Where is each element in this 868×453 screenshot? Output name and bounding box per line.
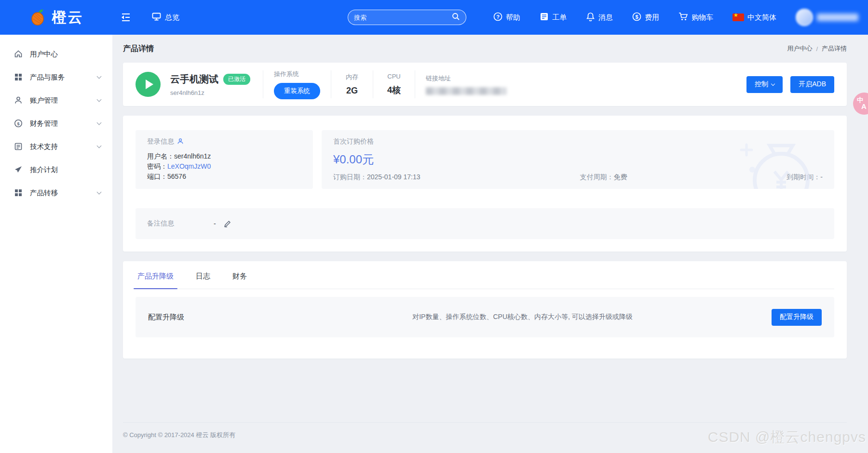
grid-icon: [14, 188, 23, 198]
sidebar-item-finance[interactable]: $ 财务管理: [0, 112, 112, 135]
top-bar: 橙云 总览 ? 帮助 工单 消息 $ 费用: [0, 0, 868, 35]
svg-text:$: $: [635, 14, 638, 20]
os-label: 操作系统: [274, 70, 320, 79]
play-button[interactable]: [136, 72, 161, 97]
control-dropdown-button[interactable]: 控制: [746, 76, 783, 93]
edit-icon[interactable]: [224, 220, 231, 227]
nav-cart[interactable]: 购物车: [678, 12, 713, 23]
user-icon: [14, 95, 23, 105]
send-icon: [14, 165, 23, 174]
tab-logs[interactable]: 日志: [194, 261, 212, 289]
home-icon: [14, 49, 23, 59]
port-value: 56576: [167, 173, 186, 180]
password-row: 密码：LeXOqmJzW0: [147, 161, 301, 172]
copyright: © Copyright © 2017-2024 橙云 版权所有: [123, 431, 235, 439]
nav-message[interactable]: 消息: [586, 12, 613, 23]
login-info-title: 登录信息: [147, 137, 174, 146]
order-price-title: 首次订购价格: [333, 137, 823, 146]
bell-icon: [586, 12, 595, 23]
tabs-card: 产品升降级 日志 财务 配置升降级 对IP数量、操作系统位数、CPU核心数、内存…: [123, 261, 847, 359]
chevron-down-icon: [771, 81, 775, 85]
chevron-down-icon: [97, 189, 102, 194]
username-value: ser4nlh6n1z: [174, 152, 211, 160]
document-icon: [14, 142, 23, 151]
svg-text:?: ?: [496, 14, 500, 20]
sidebar-item-support[interactable]: 技术支持: [0, 135, 112, 158]
cart-icon: [678, 12, 688, 23]
breadcrumb: 用户中心 / 产品详情: [787, 44, 847, 53]
sidebar-item-transfer[interactable]: 产品转移: [0, 181, 112, 204]
monitor-icon: [152, 12, 161, 23]
remark-panel: 备注信息 -: [136, 208, 834, 239]
username-blurred: [817, 13, 858, 21]
instance-id: ser4nlh6n1z: [170, 89, 250, 96]
grid-icon: [14, 72, 23, 82]
brand-name: 橙云: [52, 8, 84, 27]
footer: © Copyright © 2017-2024 橙云 版权所有: [123, 422, 847, 453]
status-badge: 已激活: [223, 74, 250, 85]
sidebar-item-user-center[interactable]: 用户中心: [0, 42, 112, 66]
enable-adb-button[interactable]: 开启ADB: [790, 76, 834, 93]
search-icon[interactable]: [452, 13, 460, 23]
chevron-down-icon: [97, 143, 102, 148]
finance-icon: $: [14, 119, 23, 128]
memory-value: 2G: [346, 86, 358, 96]
remark-value: -: [214, 220, 216, 227]
nav-fee[interactable]: $ 费用: [632, 12, 659, 23]
main-content: 产品详情 用户中心 / 产品详情 云手机测试 已激活 ser4nlh6n1z 操…: [112, 35, 868, 453]
chevron-down-icon: [97, 74, 102, 79]
remark-label: 备注信息: [147, 219, 209, 228]
play-icon: [146, 80, 153, 89]
cpu-label: CPU: [387, 73, 400, 80]
password-value[interactable]: LeXOqmJzW0: [167, 162, 211, 170]
tabs: 产品升降级 日志 财务: [136, 261, 834, 289]
upgrade-row: 配置升降级 对IP数量、操作系统位数、CPU核心数、内存大小等, 可以选择升级或…: [136, 297, 834, 337]
link-address-label: 链接地址: [426, 74, 507, 83]
cpu-value: 4核: [387, 84, 401, 96]
upgrade-description: 对IP数量、操作系统位数、CPU核心数、内存大小等, 可以选择升级或降级: [273, 313, 772, 321]
search-box[interactable]: [348, 10, 466, 25]
menu-fold-icon[interactable]: [121, 13, 131, 22]
memory-label: 内存: [346, 73, 358, 81]
price-value: ¥0.00元: [333, 152, 823, 167]
money-icon: $: [632, 12, 641, 23]
tab-finance[interactable]: 财务: [231, 261, 249, 289]
link-address-blurred: [426, 87, 507, 95]
reinstall-system-button[interactable]: 重装系统: [274, 83, 320, 99]
username-row: 用户名：ser4nlh6n1z: [147, 151, 301, 161]
chevron-down-icon: [97, 97, 102, 102]
breadcrumb-current: 产品详情: [822, 44, 847, 53]
expire-time: 到期时间：-: [787, 173, 823, 182]
sidebar: 用户中心 产品与服务 账户管理 $ 财务管理 技术支持 推介计划: [0, 35, 112, 453]
product-summary-card: 云手机测试 已激活 ser4nlh6n1z 操作系统 重装系统 内存 2G CP…: [123, 63, 847, 106]
upgrade-row-title: 配置升降级: [148, 313, 273, 322]
help-icon: ?: [493, 12, 502, 23]
search-input[interactable]: [354, 14, 452, 21]
breadcrumb-user-center[interactable]: 用户中心: [787, 44, 812, 53]
login-info-panel: 登录信息 用户名：ser4nlh6n1z 密码：LeXOqmJzW0 端口：56…: [136, 130, 313, 189]
product-name: 云手机测试: [170, 73, 218, 86]
page-title: 产品详情: [123, 44, 154, 54]
nav-ticket[interactable]: 工单: [540, 12, 567, 23]
tab-upgrade[interactable]: 产品升降级: [136, 261, 176, 289]
avatar[interactable]: [796, 9, 813, 26]
brand-logo[interactable]: 橙云: [0, 8, 112, 27]
orange-logo-icon: [29, 8, 47, 27]
ticket-icon: [540, 12, 549, 23]
info-card: 登录信息 用户名：ser4nlh6n1z 密码：LeXOqmJzW0 端口：56…: [123, 116, 847, 252]
nav-overview[interactable]: 总览: [152, 12, 179, 23]
order-date: 订购日期：2025-01-09 17:13: [333, 173, 420, 182]
nav-help[interactable]: ? 帮助: [493, 12, 520, 23]
svg-text:$: $: [17, 121, 19, 126]
configure-upgrade-button[interactable]: 配置升降级: [772, 309, 822, 326]
sidebar-item-account[interactable]: 账户管理: [0, 89, 112, 112]
pay-cycle: 支付周期：免费: [580, 173, 627, 182]
sidebar-item-referral[interactable]: 推介计划: [0, 158, 112, 181]
language-switcher[interactable]: ★ 中文简体: [732, 13, 776, 22]
cn-flag-icon: ★: [732, 13, 744, 21]
order-price-panel: 首次订购价格 ¥0.00元 订购日期：2025-01-09 17:13 支付周期…: [322, 130, 834, 189]
sidebar-item-products-services[interactable]: 产品与服务: [0, 66, 112, 89]
chevron-down-icon: [97, 120, 102, 125]
person-icon: [177, 138, 184, 146]
port-row: 端口：56576: [147, 172, 301, 182]
